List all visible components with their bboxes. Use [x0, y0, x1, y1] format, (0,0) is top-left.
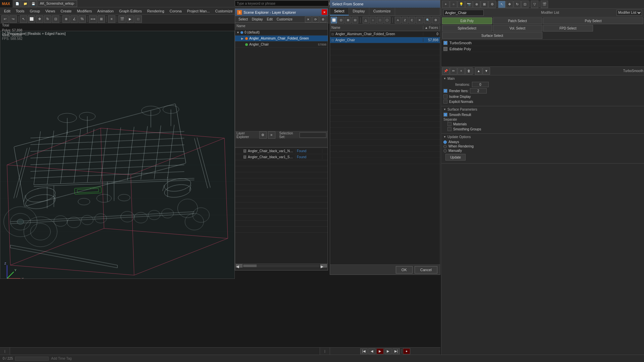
sfs-row-chair[interactable]: ⊡ Angler_Chair 57,898 [330, 37, 440, 43]
redo-btn[interactable]: ↪ [9, 15, 17, 23]
turbosmooth-enable-checkbox[interactable]: ✓ [443, 41, 447, 45]
sfs-tool-11[interactable]: C [409, 17, 415, 23]
se-bottom-btn2[interactable]: ≡ [268, 131, 275, 139]
ts-manually-radio[interactable] [443, 149, 447, 153]
layer-mgr-btn[interactable]: ≡ [108, 15, 115, 23]
stack-item-turbosmooth[interactable]: ✓ TurboSmooth [441, 40, 644, 46]
fpd-select-btn[interactable]: FPD Select [543, 25, 593, 32]
menu-create[interactable]: Create [58, 8, 74, 14]
se-tool-sync[interactable]: ⟳ [312, 16, 319, 22]
menu-modifiers[interactable]: Modifiers [74, 8, 95, 14]
sfs-tool-clear[interactable]: ✕ [416, 17, 423, 23]
rp-tool-rotate[interactable]: ↻ [514, 1, 521, 8]
tree-item-default-layer[interactable]: ▼ 0 (default) [235, 29, 328, 36]
at-scroll-left[interactable]: ◀ [236, 264, 243, 267]
menu-group[interactable]: Group [27, 8, 43, 14]
sfs-tool-5[interactable]: △ [363, 17, 369, 23]
sfs-tool-options[interactable]: ⚙ [432, 17, 439, 23]
stack-up-btn[interactable]: ▲ [475, 67, 482, 75]
spline-select-btn[interactable]: SplineSelect [442, 25, 492, 32]
se-tool-clear[interactable]: ✕ [305, 16, 312, 22]
se-menu-edit[interactable]: Edit [265, 17, 275, 22]
rp-tool-create[interactable]: + [442, 1, 449, 8]
vol-select-btn[interactable]: Vol. Select [493, 25, 543, 32]
ts-always-radio[interactable] [443, 140, 447, 144]
editable-poly-enable-checkbox[interactable] [443, 47, 447, 51]
sfs-tool-7[interactable]: □ [377, 17, 383, 23]
ts-render-checkbox[interactable]: ✓ [443, 89, 447, 93]
angle-snap-btn[interactable]: ∠ [70, 15, 78, 23]
se-tool-options[interactable]: ⚙ [320, 16, 326, 22]
ts-rendering-radio[interactable] [443, 145, 447, 148]
timeline-track[interactable] [10, 348, 320, 355]
asset-row-specular[interactable]: 🖼Angler_Chair_black_var1_Specular.jpg Fo… [235, 154, 328, 160]
stack-delete-btn[interactable]: 🗑 [465, 67, 473, 75]
file-save-btn[interactable]: 💾 [30, 0, 37, 7]
sfs-tool-3[interactable]: ⊠ [345, 17, 351, 23]
at-scroll-thumb[interactable] [243, 264, 257, 267]
stack-edit-btn[interactable]: ✏ [450, 67, 457, 75]
file-open-btn[interactable]: 📁 [21, 0, 29, 7]
poly-select-btn[interactable]: Poly Select [543, 17, 643, 24]
sfs-tool-9[interactable]: A [395, 17, 401, 23]
rotate-btn[interactable]: ↻ [44, 15, 51, 23]
sfs-tool-6[interactable]: ○ [370, 17, 376, 23]
sfs-tool-4[interactable]: ⊟ [352, 17, 358, 23]
render-frame-btn[interactable]: □ [135, 15, 142, 23]
at-scroll-right[interactable]: ▶ [320, 264, 327, 267]
at-scroll-track[interactable] [243, 264, 320, 267]
render-setup-btn[interactable]: 🎬 [118, 15, 126, 23]
menu-rendering[interactable]: Rendering [145, 8, 167, 14]
rp-tool-move[interactable]: ✥ [506, 1, 513, 8]
anim-key-btn[interactable]: ● [403, 348, 410, 354]
at-scrollbar-h[interactable]: ◀ ▶ [235, 263, 328, 267]
ts-explicit-checkbox[interactable] [443, 100, 447, 104]
ts-update-btn[interactable]: Update [445, 154, 466, 161]
surface-select-btn[interactable]: Surface Select [442, 32, 542, 39]
rp-tool-lights[interactable]: 💡 [458, 1, 465, 8]
sfs-tab-select[interactable]: Select [330, 8, 349, 15]
se-menu-display[interactable]: Display [250, 17, 265, 22]
stack-new-btn[interactable]: + [458, 67, 465, 75]
patch-select-btn[interactable]: Patch Select [493, 17, 543, 24]
modifier-dropdown[interactable]: Modifier List [616, 10, 642, 16]
sfs-tool-10[interactable]: Z [402, 17, 408, 23]
rp-tool-anim[interactable]: 🎬 [541, 1, 548, 8]
anim-play-btn[interactable]: ▶ [376, 348, 384, 354]
sfs-tool-1[interactable]: ⬜ [331, 17, 337, 23]
viewport-canvas[interactable]: Z X Y [0, 31, 234, 279]
undo-btn[interactable]: ↩ [1, 15, 9, 23]
rp-tool-space[interactable]: ⊠ [481, 1, 488, 8]
mirror-btn[interactable]: ⟺ [89, 15, 97, 23]
keyword-search-input[interactable] [235, 0, 329, 6]
anim-end-btn[interactable]: ▶| [392, 348, 400, 354]
ts-smoothing-checkbox[interactable] [447, 127, 451, 131]
anim-prev-btn[interactable]: ◀ [368, 348, 376, 354]
stack-pin-btn[interactable]: 📌 [442, 67, 449, 75]
select-btn[interactable]: ↖ [20, 15, 27, 23]
object-name-input[interactable] [443, 10, 484, 16]
select-region-btn[interactable]: ⬜ [28, 15, 35, 23]
sfs-tab-display[interactable]: Display [349, 8, 369, 15]
rp-tool-select[interactable]: ↖ [498, 1, 505, 8]
rp-tool-systems[interactable]: ⚙ [488, 1, 496, 8]
move-btn[interactable]: ✥ [36, 15, 43, 23]
menu-graph-editors[interactable]: Graph Editors [116, 8, 145, 14]
sfs-ok-btn[interactable]: OK [396, 266, 413, 274]
menu-customize[interactable]: Customize [213, 8, 235, 14]
stack-down-btn[interactable]: ▼ [483, 67, 490, 75]
workspace-name[interactable]: AK_Screenshot_wrksp· [38, 0, 77, 7]
ts-isoline-checkbox[interactable] [443, 95, 447, 99]
tree-item-chair-folded[interactable]: ▶ Angler_Aluminum_Chair_Folded_Green [235, 36, 328, 42]
se-menu-customize[interactable]: Customize [275, 17, 294, 22]
se-bottom-btn1[interactable]: ⚙ [259, 131, 267, 139]
edit-poly-btn[interactable]: Edit Poly [442, 17, 492, 24]
menu-project-man[interactable]: Project Man... [184, 8, 213, 14]
menu-views[interactable]: Views [43, 8, 58, 14]
stack-item-editable-poly[interactable]: Editable Poly [441, 46, 644, 52]
sfs-tool-2[interactable]: ⊡ [338, 17, 344, 23]
se-menu-select[interactable]: Select [236, 17, 250, 22]
anim-start-btn[interactable]: |◀ [360, 348, 368, 354]
snap-btn[interactable]: ⊕ [62, 15, 70, 23]
asset-row-normal[interactable]: 🖼Angler_Chair_black_var1_Normal.jpg Foun… [235, 148, 328, 154]
